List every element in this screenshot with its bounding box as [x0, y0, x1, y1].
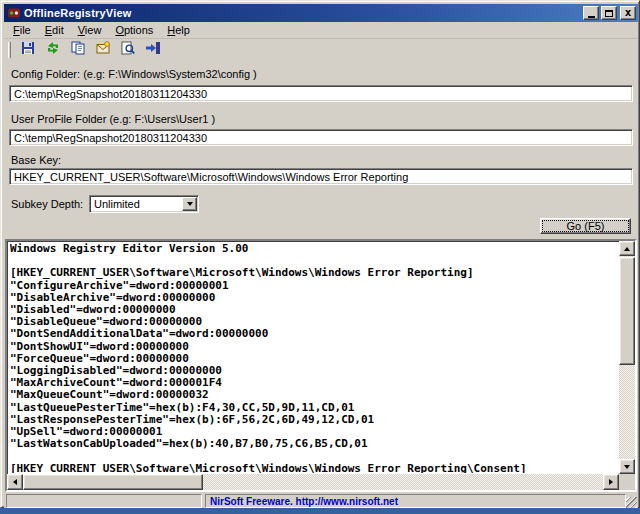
copy-button[interactable] — [66, 40, 90, 60]
app-window: OfflineRegistryView x FileEditViewOption… — [0, 0, 640, 508]
menubar: FileEditViewOptionsHelp — [4, 22, 638, 39]
status-pane-left — [6, 494, 202, 508]
go-button-label: Go (F5) — [543, 221, 628, 231]
find-icon — [120, 40, 136, 60]
base-key-input[interactable] — [9, 168, 633, 185]
statusbar: NirSoft Freeware. http://www.nirsoft.net — [4, 492, 638, 509]
close-button[interactable]: x — [620, 6, 636, 20]
menu-options[interactable]: Options — [108, 22, 160, 38]
scroll-down-button[interactable] — [619, 459, 635, 474]
properties-button[interactable] — [91, 40, 115, 60]
config-folder-input[interactable] — [9, 85, 633, 102]
base-key-label: Base Key: — [11, 154, 61, 166]
registry-output-panel[interactable]: Windows Registry Editor Version 5.00 [HK… — [5, 239, 637, 492]
config-folder-label: Config Folder: (e.g: F:\Windows\System32… — [11, 68, 257, 80]
titlebar[interactable]: OfflineRegistryView x — [4, 4, 638, 22]
menu-view[interactable]: View — [71, 22, 109, 38]
copy-icon — [70, 40, 86, 60]
save-icon — [20, 40, 36, 60]
app-icon — [7, 6, 21, 20]
subkey-depth-label: Subkey Depth: — [11, 198, 83, 210]
find-button[interactable] — [116, 40, 140, 60]
toolbar-grip — [8, 42, 11, 58]
horizontal-scrollbar-thumb[interactable] — [23, 474, 203, 490]
subkey-depth-value: Unlimited — [90, 198, 182, 210]
menu-edit[interactable]: Edit — [38, 22, 71, 38]
horizontal-scrollbar[interactable] — [7, 474, 619, 490]
subkey-depth-select[interactable]: Unlimited — [89, 195, 199, 213]
menu-file[interactable]: File — [6, 22, 38, 38]
scrollbar-corner — [619, 474, 635, 490]
menu-help[interactable]: Help — [160, 22, 197, 38]
scroll-up-button[interactable] — [619, 241, 635, 256]
minimize-icon — [588, 16, 595, 18]
exit-button[interactable] — [141, 40, 165, 60]
maximize-icon — [605, 10, 613, 17]
close-icon: x — [625, 7, 632, 18]
vertical-scrollbar-thumb[interactable] — [619, 257, 635, 365]
arrow-down-icon — [624, 465, 630, 469]
desktop-edge — [0, 508, 640, 514]
scroll-left-button[interactable] — [7, 474, 23, 490]
status-pane-right: NirSoft Freeware. http://www.nirsoft.net — [205, 494, 626, 508]
window-title: OfflineRegistryView — [24, 7, 581, 19]
scroll-right-button[interactable] — [603, 474, 619, 490]
toolbar — [4, 39, 638, 61]
chevron-down-icon — [187, 202, 193, 206]
refresh-icon — [45, 40, 61, 60]
refresh-button[interactable] — [41, 40, 65, 60]
arrow-right-icon — [609, 479, 613, 485]
go-button[interactable]: Go (F5) — [540, 218, 631, 234]
save-button[interactable] — [16, 40, 40, 60]
minimize-button[interactable] — [583, 6, 599, 20]
arrow-left-icon — [13, 479, 17, 485]
nirsoft-link[interactable]: NirSoft Freeware. http://www.nirsoft.net — [206, 496, 398, 507]
resize-grip[interactable] — [626, 497, 637, 508]
vertical-scrollbar[interactable] — [619, 241, 635, 474]
combo-dropdown-button[interactable] — [182, 197, 197, 211]
maximize-button[interactable] — [601, 6, 617, 20]
arrow-up-icon — [624, 247, 630, 251]
properties-icon — [95, 40, 111, 60]
user-profile-folder-label: User ProFile Folder (e.g: F:\Users\User1… — [11, 113, 215, 125]
user-profile-folder-input[interactable] — [9, 129, 633, 146]
registry-output[interactable]: Windows Registry Editor Version 5.00 [HK… — [10, 243, 617, 473]
exit-icon — [145, 40, 161, 60]
